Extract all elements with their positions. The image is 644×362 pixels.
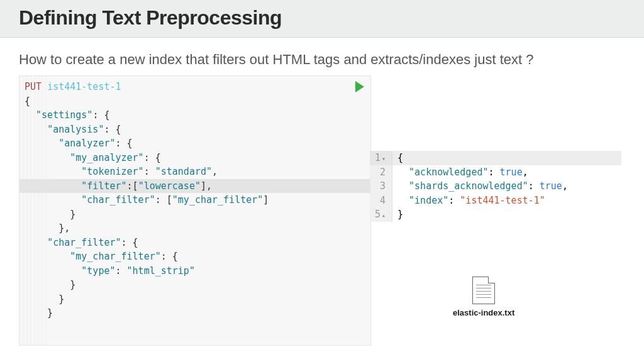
subtitle: How to create a new index that filters o… [0,38,644,75]
content-area: PUT ist441-test-1{ "settings": { "analys… [0,75,644,346]
request-code: PUT ist441-test-1{ "settings": { "analys… [25,80,365,321]
file-icon [472,277,495,304]
page-title: Defining Text Preprocessing [19,6,625,30]
file-attachment[interactable]: elastic-index.txt [453,277,514,317]
header-bar: Defining Text Preprocessing [0,0,644,38]
response-viewer: 1▾{2 "acknowledged": true,3 "shards_ackn… [370,151,621,222]
file-name: elastic-index.txt [453,308,514,317]
request-editor[interactable]: PUT ist441-test-1{ "settings": { "analys… [19,75,371,346]
